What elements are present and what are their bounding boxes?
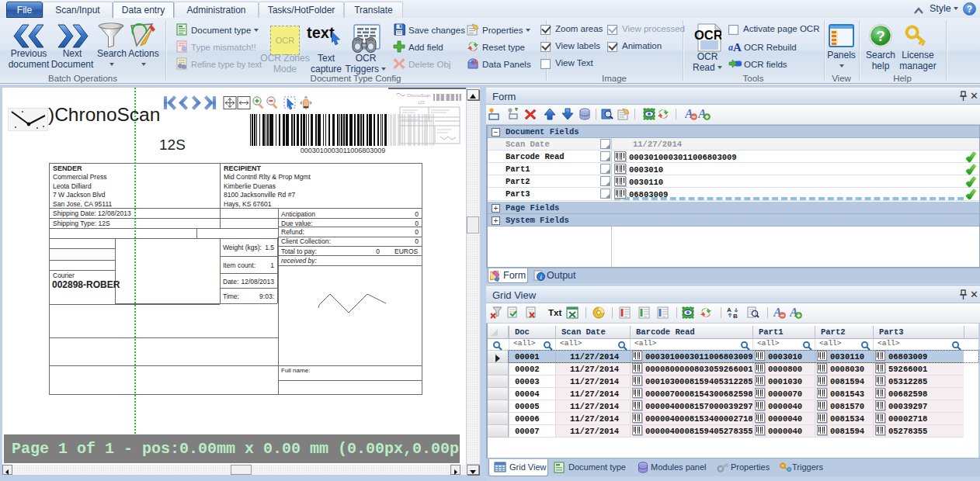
svg-text:A: A (733, 41, 742, 53)
svg-text:A: A (727, 306, 732, 313)
svg-text:OCR: OCR (694, 28, 721, 42)
svg-text:?: ? (876, 28, 885, 44)
svg-text:B: B (733, 313, 738, 319)
svg-text:Txt: Txt (548, 308, 561, 317)
